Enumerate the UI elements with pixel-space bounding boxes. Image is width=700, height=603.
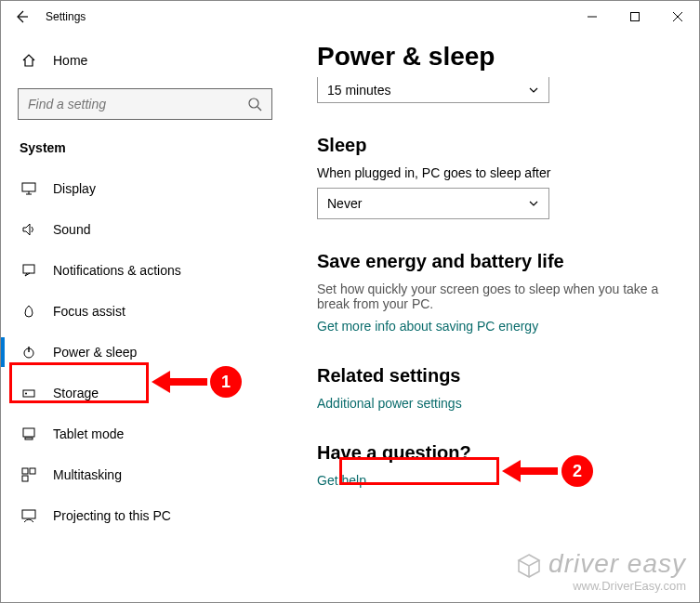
sidebar-item-label: Power & sleep (53, 345, 137, 360)
sound-icon (20, 222, 38, 237)
close-icon (673, 12, 682, 21)
related-heading: Related settings (317, 365, 671, 387)
get-help-link[interactable]: Get help (317, 473, 366, 488)
svg-point-5 (249, 98, 258, 108)
multitasking-icon (20, 467, 38, 482)
sidebar-item-storage[interactable]: Storage (1, 373, 289, 413)
minimize-button[interactable] (571, 2, 614, 32)
arrow-left-icon (14, 9, 29, 24)
window-body: Home System Display Sound Notifications (1, 33, 699, 602)
sidebar-item-projecting[interactable]: Projecting to this PC (1, 495, 289, 536)
sidebar-item-label: Multitasking (53, 467, 122, 482)
sidebar-item-label: Focus assist (53, 304, 125, 319)
tablet-icon (20, 426, 38, 441)
window-controls (571, 2, 699, 32)
notifications-icon (20, 263, 38, 278)
question-section: Have a question? Get help (317, 442, 671, 488)
cube-icon (515, 552, 543, 580)
page-title: Power & sleep (317, 42, 671, 72)
svg-point-14 (25, 393, 27, 395)
window-title: Settings (46, 10, 86, 23)
back-button[interactable] (1, 1, 42, 33)
display-icon (20, 181, 38, 196)
svg-line-6 (258, 107, 261, 111)
minimize-icon (588, 12, 597, 21)
search-box[interactable] (18, 88, 272, 120)
sidebar-item-label: Storage (53, 386, 99, 400)
svg-rect-20 (22, 510, 35, 518)
svg-rect-10 (23, 265, 34, 273)
sidebar-home-label: Home (53, 53, 87, 68)
sidebar-item-sound[interactable]: Sound (1, 209, 289, 250)
projecting-icon (20, 508, 38, 523)
dropdown-value: 15 minutes (327, 83, 390, 98)
home-icon (20, 53, 38, 68)
sidebar-item-multitasking[interactable]: Multitasking (1, 454, 289, 495)
power-icon (20, 345, 38, 360)
watermark: driver easy www.DriverEasy.com (515, 550, 686, 593)
titlebar: Settings (1, 1, 699, 33)
energy-heading: Save energy and battery life (317, 251, 671, 272)
sleep-section: Sleep When plugged in, PC goes to sleep … (317, 135, 671, 219)
chevron-down-icon (528, 198, 539, 209)
energy-desc: Set how quickly your screen goes to slee… (317, 282, 671, 311)
sidebar: Home System Display Sound Notifications (1, 33, 289, 602)
svg-rect-2 (631, 13, 640, 21)
energy-section: Save energy and battery life Set how qui… (317, 251, 671, 334)
settings-window: Settings Home (0, 0, 700, 603)
sidebar-item-label: Projecting to this PC (53, 508, 171, 523)
screen-timeout-dropdown[interactable]: 15 minutes (317, 77, 549, 103)
energy-link[interactable]: Get more info about saving PC energy (317, 319, 538, 334)
svg-rect-19 (22, 476, 28, 481)
dropdown-value: Never (327, 196, 362, 211)
svg-rect-16 (25, 438, 33, 439)
sleep-label: When plugged in, PC goes to sleep after (317, 165, 671, 180)
sidebar-item-label: Display (53, 181, 96, 196)
watermark-line2: www.DriverEasy.com (515, 580, 686, 593)
sidebar-item-focus[interactable]: Focus assist (1, 291, 289, 332)
svg-rect-7 (22, 183, 35, 191)
close-button[interactable] (656, 2, 699, 32)
svg-rect-18 (30, 468, 35, 474)
focus-icon (20, 304, 38, 319)
related-section: Related settings Additional power settin… (317, 365, 671, 411)
sidebar-group-title: System (1, 133, 289, 168)
sidebar-item-display[interactable]: Display (1, 168, 289, 209)
maximize-button[interactable] (614, 2, 656, 32)
sidebar-item-label: Notifications & actions (53, 263, 181, 278)
sidebar-item-label: Tablet mode (53, 426, 124, 441)
sleep-dropdown[interactable]: Never (317, 188, 549, 219)
search-input[interactable] (28, 97, 214, 111)
sleep-heading: Sleep (317, 135, 671, 156)
maximize-icon (630, 12, 640, 21)
main-panel: Power & sleep 15 minutes Sleep When plug… (289, 33, 699, 602)
sidebar-home[interactable]: Home (1, 42, 289, 79)
watermark-line1: driver easy (548, 549, 686, 578)
svg-rect-15 (23, 428, 34, 437)
sidebar-item-tablet[interactable]: Tablet mode (1, 413, 289, 454)
storage-icon (20, 386, 38, 400)
sidebar-item-label: Sound (53, 222, 90, 237)
svg-rect-13 (23, 390, 34, 397)
question-heading: Have a question? (317, 442, 671, 464)
sidebar-list: Display Sound Notifications & actions Fo… (1, 168, 289, 536)
sidebar-item-notifications[interactable]: Notifications & actions (1, 250, 289, 291)
additional-power-link[interactable]: Additional power settings (317, 396, 462, 411)
chevron-down-icon (528, 85, 539, 96)
search-icon (247, 97, 262, 111)
sidebar-item-power[interactable]: Power & sleep (1, 332, 289, 373)
svg-rect-17 (22, 468, 28, 474)
